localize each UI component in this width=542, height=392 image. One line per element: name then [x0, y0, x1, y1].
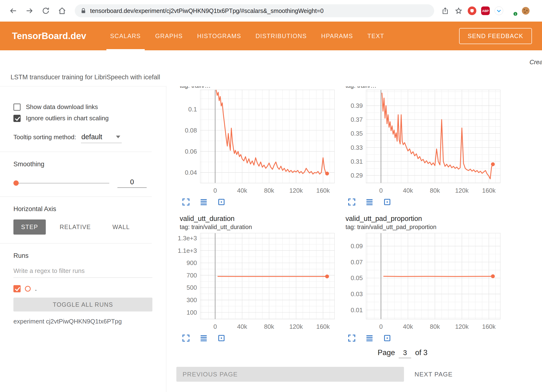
tab-hparams[interactable]: HPARAMS	[314, 22, 360, 50]
smoothing-label: Smoothing	[0, 161, 166, 168]
expand-chart-button[interactable]	[346, 197, 357, 208]
axis-step-button[interactable]: STEP	[13, 219, 46, 235]
share-icon	[441, 7, 449, 15]
svg-text:40k: 40k	[237, 187, 248, 194]
tooltip-sorting-label: Tooltip sorting method:	[13, 133, 76, 141]
svg-text:0.05: 0.05	[351, 274, 363, 282]
ignore-outliers-checkbox[interactable]	[13, 115, 21, 122]
expand-icon	[348, 198, 356, 206]
page-label: Page	[378, 348, 395, 357]
fit-domain-button[interactable]	[382, 333, 392, 344]
cookie-extension-icon[interactable]	[521, 6, 530, 16]
chart-tag: tag: train/valid_utt_pad_proportion	[346, 224, 504, 231]
smoothing-value-input[interactable]	[117, 178, 147, 188]
svg-text:0.06: 0.06	[185, 148, 197, 155]
home-button[interactable]	[55, 4, 69, 18]
svg-text:0.29: 0.29	[351, 172, 363, 179]
fit-domain-icon	[217, 334, 225, 342]
fit-domain-icon	[383, 334, 391, 342]
charts-grid: tag: train/… 0.040.060.080.1040k80k120k1…	[176, 86, 542, 344]
svg-text:0.04: 0.04	[185, 169, 197, 176]
ignore-outliers-row: Ignore outliers in chart scaling	[0, 115, 166, 122]
share-button[interactable]	[440, 6, 450, 16]
tab-text[interactable]: TEXT	[360, 22, 391, 50]
horizontal-axis-label: Horizontal Axis	[0, 205, 166, 213]
tab-histograms[interactable]: HISTOGRAMS	[190, 22, 248, 50]
expand-chart-button[interactable]	[181, 197, 191, 208]
runs-filter-input[interactable]	[13, 266, 152, 278]
scalar-line-chart[interactable]: 0.040.060.080.1040k80k120k160k	[176, 90, 338, 195]
tooltip-sorting-value: default	[81, 133, 102, 141]
run-checkbox[interactable]	[13, 285, 21, 292]
svg-text:1.1e+3: 1.1e+3	[178, 247, 197, 254]
slider-thumb[interactable]	[13, 180, 19, 186]
run-data-button[interactable]	[364, 333, 375, 344]
fit-domain-button[interactable]	[382, 197, 392, 208]
chart-toolbar	[346, 197, 504, 208]
expand-chart-button[interactable]	[346, 333, 357, 344]
chart-card-top-left: tag: train/… 0.040.060.080.1040k80k120k1…	[176, 86, 338, 208]
toggle-all-runs-button[interactable]: TOGGLE ALL RUNS	[13, 298, 152, 311]
svg-text:0.39: 0.39	[351, 102, 363, 109]
line-chart-svg: 0.010.030.050.070.09040k80k120k160k	[342, 233, 504, 331]
svg-text:700: 700	[187, 272, 197, 279]
refresh-button[interactable]	[39, 4, 53, 18]
back-button[interactable]	[6, 4, 20, 18]
next-page-button[interactable]: NEXT PAGE	[415, 371, 453, 378]
run-data-button[interactable]	[198, 333, 209, 344]
run-data-button[interactable]	[198, 197, 209, 208]
svg-text:160k: 160k	[316, 323, 330, 330]
bookmark-button[interactable]	[454, 6, 463, 16]
scalar-line-chart[interactable]: 1003005007009001.1e+31.3e+3040k80k120k16…	[176, 233, 338, 331]
generic-extension-icon[interactable]	[494, 6, 504, 16]
fit-domain-icon	[217, 198, 225, 206]
avatar-badge: 1	[513, 12, 518, 16]
forward-button[interactable]	[23, 4, 36, 18]
red-circle-icon	[468, 6, 476, 15]
run-data-button[interactable]	[364, 197, 375, 208]
url-bar[interactable]: tensorboard.dev/experiment/cj2vtPiwQHKN9…	[75, 4, 434, 17]
abp-extension-icon[interactable]: ABP	[481, 6, 490, 16]
page-total-label: of 3	[415, 348, 427, 357]
svg-text:100: 100	[187, 309, 197, 316]
expand-icon	[348, 334, 356, 342]
tooltip-sorting-dropdown[interactable]: default	[81, 133, 122, 143]
send-feedback-button[interactable]: SEND FEEDBACK	[459, 28, 532, 44]
axis-relative-button[interactable]: RELATIVE	[52, 219, 98, 235]
profile-avatar-button[interactable]: 1	[507, 6, 517, 16]
run-color-swatch[interactable]	[25, 286, 31, 292]
show-download-links-row: Show data download links	[0, 103, 166, 111]
page-navigation: PREVIOUS PAGE NEXT PAGE	[176, 367, 542, 382]
chart-title: valid_utt_pad_proportion	[346, 215, 504, 223]
tab-distributions[interactable]: DISTRIBUTIONS	[248, 22, 314, 50]
tab-graphs[interactable]: GRAPHS	[148, 22, 190, 50]
data-lines-icon	[365, 334, 374, 342]
ignore-outliers-label: Ignore outliers in chart scaling	[26, 115, 109, 122]
blue-white-circle-icon	[495, 6, 503, 15]
show-download-links-checkbox[interactable]	[13, 104, 21, 111]
slider-track	[14, 183, 109, 184]
fit-domain-button[interactable]	[216, 197, 227, 208]
clipped-chart-header: tag: train/…	[346, 86, 504, 90]
smoothing-slider[interactable]	[13, 180, 109, 186]
svg-text:0.09: 0.09	[351, 242, 363, 250]
tensorboard-header: TensorBoard.dev SCALARS GRAPHS HISTOGRAM…	[0, 22, 542, 50]
horizontal-axis-buttons: STEP RELATIVE WALL	[0, 219, 166, 235]
chart-card-top-right: tag: train/… 0.290.310.330.350.370.39040…	[342, 86, 504, 208]
expand-chart-button[interactable]	[181, 333, 191, 344]
line-chart-svg: 1003005007009001.1e+31.3e+3040k80k120k16…	[176, 233, 338, 331]
page-number-input[interactable]	[399, 349, 411, 358]
fit-domain-icon	[383, 198, 391, 206]
svg-text:0.03: 0.03	[351, 290, 363, 298]
previous-page-button[interactable]: PREVIOUS PAGE	[176, 367, 404, 382]
adblock-extension-icon[interactable]	[467, 6, 477, 16]
refresh-icon	[41, 6, 50, 15]
scalar-line-chart[interactable]: 0.010.030.050.070.09040k80k120k160k	[342, 233, 504, 331]
svg-text:160k: 160k	[482, 323, 496, 330]
url-text: tensorboard.dev/experiment/cj2vtPiwQHKN9…	[90, 7, 323, 14]
scalar-line-chart[interactable]: 0.290.310.330.350.370.39040k80k120k160k	[342, 90, 504, 195]
axis-wall-button[interactable]: WALL	[105, 219, 138, 235]
smoothing-slider-row	[0, 178, 166, 188]
tab-scalars[interactable]: SCALARS	[103, 22, 148, 50]
fit-domain-button[interactable]	[216, 333, 227, 344]
